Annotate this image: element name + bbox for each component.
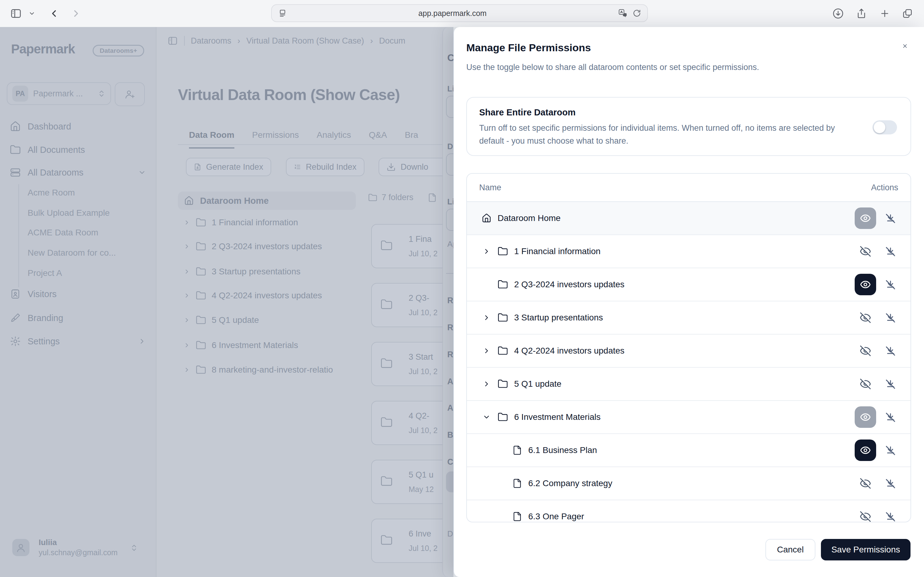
sidebar-toggle-icon[interactable] [9,6,23,21]
file-icon [512,445,522,455]
view-permission-button[interactable] [855,208,876,229]
back-icon[interactable] [47,6,61,21]
table-header: Name Actions [467,174,911,201]
save-permissions-button[interactable]: Save Permissions [821,539,911,561]
close-icon[interactable] [898,39,912,53]
row-label: 6 Investment Materials [514,412,855,422]
view-permission-button[interactable] [855,473,876,494]
download-off-icon [884,345,896,357]
chevron-down-icon[interactable] [482,412,492,422]
folder-icon [498,279,508,290]
url-text: app.papermark.com [287,9,618,18]
download-permission-button[interactable] [882,243,898,259]
row-label: 6.3 One Pager [528,512,855,521]
download-permission-button[interactable] [882,277,898,292]
table-row-folder-2: 2 Q3-2024 investors updates [467,268,911,301]
row-label: 2 Q3-2024 investors updates [514,280,855,289]
tab-overview-icon[interactable] [900,6,915,21]
modal-overlay[interactable] [0,27,453,577]
download-off-icon [884,477,896,489]
toggle-knob [874,121,885,133]
download-permission-button[interactable] [882,475,898,492]
folder-icon [498,313,508,323]
eye-off-icon [860,511,871,522]
table-row-folder-1: 1 Financial information [467,234,911,268]
folder-icon [498,346,508,356]
row-label: 6.1 Business Plan [528,445,855,455]
view-permission-button[interactable] [855,440,876,461]
manage-file-permissions-dialog: Manage File Permissions Use the toggle b… [453,27,924,577]
browser-window: app.papermark.com Papermark Datarooms+ P… [0,0,924,577]
table-row-file-6-1: 6.1 Business Plan [467,434,911,466]
download-off-icon [884,378,896,390]
table-row-dataroom-home: Dataroom Home [467,201,911,234]
name-column-header: Name [479,183,501,192]
share-card-title: Share Entire Dataroom [479,107,575,118]
dialog-subtitle: Use the toggle below to share all dataro… [466,63,759,72]
reader-icon[interactable] [278,9,287,18]
download-off-icon [884,445,896,456]
eye-icon [860,445,871,456]
eye-off-icon [860,477,871,489]
view-permission-button[interactable] [855,274,876,295]
table-row-folder-3: 3 Startup presentations [467,301,911,334]
folder-icon [498,379,508,389]
dialog-footer: Cancel Save Permissions [765,539,911,561]
row-label: 1 Financial information [514,247,855,256]
chevron-right-icon[interactable] [482,247,492,256]
download-permission-button[interactable] [882,309,898,326]
share-card-description: Turn off to set specific permissions for… [479,121,856,147]
download-off-icon [884,511,896,522]
eye-icon [860,279,871,290]
table-row-folder-4: 4 Q2-2024 investors updates [467,334,911,367]
table-row-folder-6: 6 Investment Materials [467,400,911,434]
file-icon [512,479,522,488]
new-tab-icon[interactable] [877,6,892,21]
share-entire-dataroom-toggle[interactable] [873,120,897,134]
download-permission-button[interactable] [882,409,898,425]
folder-icon [498,246,508,256]
eye-off-icon [860,312,871,324]
download-permission-button[interactable] [882,210,898,226]
row-label: 5 Q1 update [514,379,855,389]
dialog-title: Manage File Permissions [466,42,591,54]
share-entire-dataroom-card: Share Entire Dataroom Turn off to set sp… [466,97,911,156]
cancel-button[interactable]: Cancel [765,539,815,561]
eye-off-icon [860,245,871,257]
row-label: 4 Q2-2024 investors updates [514,346,855,356]
view-permission-button[interactable] [855,506,876,522]
view-permission-button[interactable] [855,241,876,262]
forward-icon[interactable] [69,6,84,21]
chevron-right-icon[interactable] [482,379,492,389]
download-off-icon [884,411,896,423]
view-permission-button[interactable] [855,340,876,361]
share-icon[interactable] [854,6,869,21]
browser-toolbar: app.papermark.com [0,0,924,27]
view-permission-button[interactable] [855,307,876,329]
download-permission-button[interactable] [882,376,898,392]
view-permission-button[interactable] [855,373,876,395]
download-permission-button[interactable] [882,509,898,522]
translate-icon[interactable] [618,8,628,18]
row-label: 3 Startup presentations [514,313,855,322]
eye-icon [860,412,871,422]
row-label: Dataroom Home [498,213,855,223]
download-permission-button[interactable] [882,343,898,359]
reload-icon[interactable] [633,9,641,18]
folder-icon [498,412,508,422]
table-row-file-6-2: 6.2 Company strategy [467,466,911,500]
url-bar[interactable]: app.papermark.com [271,4,648,22]
download-off-icon [884,245,896,257]
view-permission-button[interactable] [855,406,876,428]
file-icon [512,512,522,521]
downloads-icon[interactable] [831,6,845,21]
row-label: 6.2 Company strategy [528,479,855,488]
download-off-icon [884,312,896,324]
chevron-right-icon[interactable] [482,346,492,356]
download-permission-button[interactable] [882,442,898,458]
home-icon [482,213,492,223]
sidebar-chevron-icon[interactable] [27,6,37,21]
table-row-folder-5: 5 Q1 update [467,367,911,400]
permissions-table: Name Actions Dataroom Home 1 Financial i… [466,173,911,522]
chevron-right-icon[interactable] [482,313,492,322]
